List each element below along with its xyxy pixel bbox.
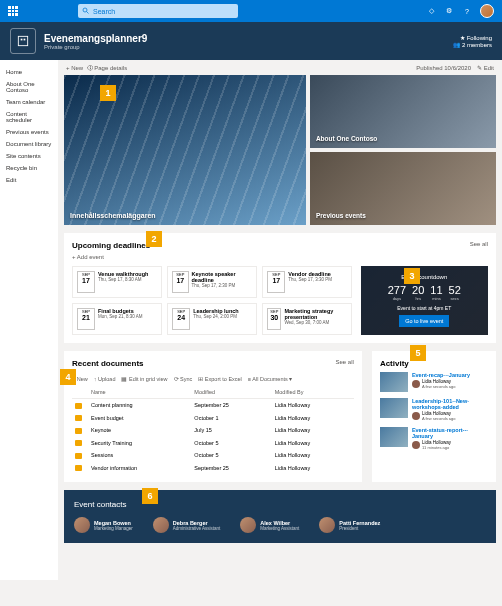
hero-tile2-caption: About One Contoso — [316, 135, 490, 142]
table-row[interactable]: SessionsOctober 5Lidia Holloway — [72, 449, 354, 462]
hero-tile3-caption: Previous events — [316, 212, 490, 219]
svg-rect-2 — [18, 36, 27, 45]
activity-title: Event-recap---January — [412, 372, 470, 378]
col-name[interactable]: Name — [88, 386, 191, 399]
docs-title: Recent documents — [72, 359, 144, 368]
callout-6: 6 — [142, 488, 158, 504]
author-avatar — [412, 441, 420, 449]
event-time: Wed, Sep 30, 7:00 AM — [284, 320, 347, 325]
date-badge: SEP17 — [172, 271, 188, 293]
site-subtitle: Private group — [44, 44, 147, 50]
folder-icon — [75, 465, 82, 471]
event-card[interactable]: SEP17 Keynote speaker deadlineThu, Sep 1… — [167, 266, 257, 298]
deadlines-seeall[interactable]: See all — [470, 241, 488, 250]
notifications-icon[interactable]: ◇ — [426, 6, 436, 16]
countdown-unit: 11mins — [430, 284, 442, 301]
contact-person[interactable]: Alex WilberMarketing Assistant — [240, 517, 299, 533]
event-card[interactable]: SEP21 Final budgetsMon, Sep 21, 8:30 AM — [72, 303, 162, 335]
published-label: Published 10/6/2020 — [416, 65, 471, 71]
event-card[interactable]: SEP24 Leadership lunchThu, Sep 24, 2:00 … — [167, 303, 257, 335]
person-avatar — [240, 517, 256, 533]
hero-tile-about[interactable]: About One Contoso — [310, 75, 496, 148]
date-badge: SEP30 — [267, 308, 281, 330]
event-time: Mon, Sep 21, 8:30 AM — [98, 314, 143, 319]
help-icon[interactable]: ? — [462, 6, 472, 16]
activity-title: Activity — [380, 359, 409, 368]
activity-thumb — [380, 372, 408, 392]
search-input[interactable]: Search — [78, 4, 238, 18]
callout-2: 2 — [146, 231, 162, 247]
person-avatar — [74, 517, 90, 533]
event-time: Thu, Sep 17, 2:30 PM — [192, 283, 253, 288]
activity-thumb — [380, 427, 408, 447]
person-avatar — [153, 517, 169, 533]
activity-item[interactable]: Event-recap---January Lidia HollowayA fe… — [380, 372, 488, 392]
site-header: Evenemangsplanner9 Private group ★ Follo… — [0, 22, 502, 60]
nav-item[interactable]: Recycle bin — [4, 162, 54, 174]
callout-4: 4 — [60, 369, 76, 385]
nav-item[interactable]: Document library — [4, 138, 54, 150]
event-time: Thu, Sep 17, 3:30 PM — [288, 277, 332, 282]
nav-item[interactable]: Home — [4, 66, 54, 78]
docs-upload-button[interactable]: ↑ Upload — [94, 376, 116, 382]
activity-item[interactable]: Event-status-report---January Lidia Holl… — [380, 427, 488, 450]
docs-grid-button[interactable]: ▦ Edit in grid view — [121, 376, 167, 382]
date-badge: SEP21 — [77, 308, 95, 330]
table-row[interactable]: Vendor informationSeptember 25Lidia Holl… — [72, 462, 354, 475]
hero-tile-previous[interactable]: Previous events — [310, 152, 496, 225]
table-row[interactable]: KeynoteJuly 15Lidia Holloway — [72, 424, 354, 437]
event-card[interactable]: SEP30 Marketing strategy presentationWed… — [262, 303, 352, 335]
nav-item[interactable]: Team calendar — [4, 96, 54, 108]
table-row[interactable]: Content planningSeptember 25Lidia Hollow… — [72, 399, 354, 412]
nav-item[interactable]: About One Contoso — [4, 78, 54, 96]
app-launcher-icon[interactable] — [8, 6, 18, 16]
event-card[interactable]: SEP17 Vendor deadlineThu, Sep 17, 3:30 P… — [262, 266, 352, 298]
docs-seeall[interactable]: See all — [336, 359, 354, 368]
person-avatar — [319, 517, 335, 533]
activity-title: Event-status-report---January — [412, 427, 488, 439]
contact-person[interactable]: Patti FernandezPresident — [319, 517, 380, 533]
site-logo[interactable] — [10, 28, 36, 54]
settings-icon[interactable]: ⚙ — [444, 6, 454, 16]
site-title[interactable]: Evenemangsplanner9 — [44, 33, 147, 44]
contacts-title: Event contacts — [74, 500, 486, 509]
date-badge: SEP17 — [77, 271, 95, 293]
command-bar: + New 🛈 Page details Published 10/6/2020… — [64, 60, 496, 75]
svg-point-0 — [83, 8, 87, 12]
col-by[interactable]: Modified By — [272, 386, 354, 399]
countdown-unit: 52secs — [449, 284, 461, 301]
svg-line-1 — [87, 12, 89, 14]
activity-item[interactable]: Leadership-101--New-workshops-added Lidi… — [380, 398, 488, 421]
activity-section: 5 Activity Event-recap---January Lidia H… — [372, 351, 496, 482]
page-details-button[interactable]: 🛈 Page details — [87, 65, 128, 71]
nav-item[interactable]: Content scheduler — [4, 108, 54, 126]
folder-icon — [75, 403, 82, 409]
contact-person[interactable]: Debra BergerAdministrative Assistant — [153, 517, 221, 533]
follow-button[interactable]: ★ Following — [453, 34, 492, 41]
go-live-button[interactable]: Go to live event — [399, 315, 449, 327]
folder-icon — [75, 428, 82, 434]
contact-person[interactable]: Megan BowenMarketing Manager — [74, 517, 133, 533]
documents-section: 4 Recent documentsSee all + New ↑ Upload… — [64, 351, 362, 482]
add-event-link[interactable]: + Add event — [72, 254, 488, 260]
author-avatar — [412, 412, 420, 420]
event-card[interactable]: SEP17 Venue walkthroughThu, Sep 17, 8:30… — [72, 266, 162, 298]
edit-button[interactable]: ✎ Edit — [477, 64, 494, 71]
col-modified[interactable]: Modified — [191, 386, 271, 399]
docs-sync-button[interactable]: ⟳ Sync — [174, 376, 193, 382]
folder-icon — [75, 415, 82, 421]
countdown-title: Event countdown — [369, 274, 481, 280]
table-row[interactable]: Event budgetOctober 1Lidia Holloway — [72, 412, 354, 425]
user-avatar[interactable] — [480, 4, 494, 18]
members-count[interactable]: 👥 2 members — [453, 41, 492, 48]
nav-item[interactable]: Site contents — [4, 150, 54, 162]
docs-excel-button[interactable]: ⊞ Export to Excel — [198, 376, 242, 382]
nav-item[interactable]: Previous events — [4, 126, 54, 138]
date-badge: SEP24 — [172, 308, 190, 330]
table-row[interactable]: Security TrainingOctober 5Lidia Holloway — [72, 437, 354, 450]
new-button[interactable]: + New — [66, 65, 83, 71]
docs-view-dropdown[interactable]: ≡ All Documents ▾ — [248, 376, 292, 382]
contacts-section: 6 Event contacts Megan BowenMarketing Ma… — [64, 490, 496, 543]
nav-item[interactable]: Edit — [4, 174, 54, 186]
author-avatar — [412, 380, 420, 388]
